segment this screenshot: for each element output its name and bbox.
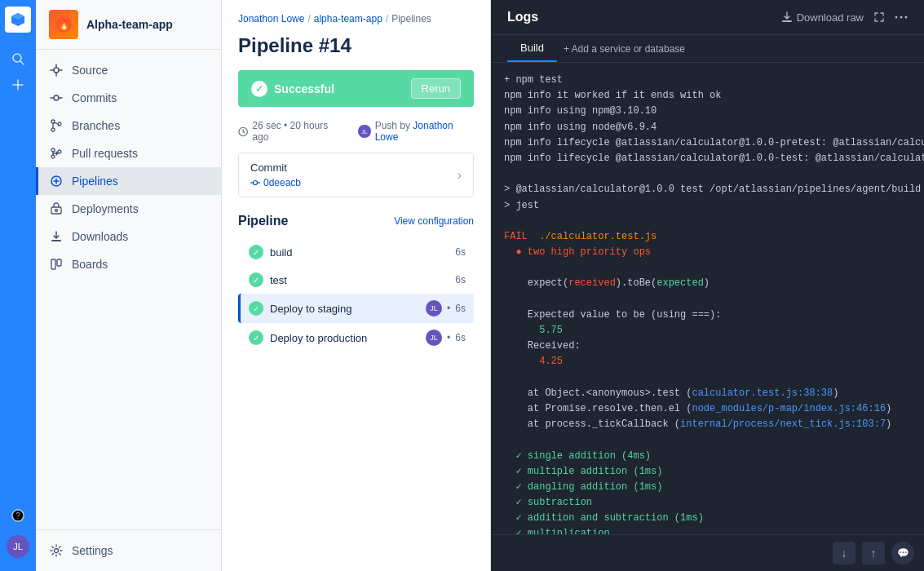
svg-point-29 xyxy=(55,549,59,553)
pull-requests-icon xyxy=(49,146,64,161)
sidebar-item-commits[interactable]: Commits xyxy=(36,84,221,112)
log-line: npm info lifecycle @atlassian/calculator… xyxy=(504,151,911,166)
status-label: Successful xyxy=(274,82,334,95)
pipelines-icon xyxy=(49,174,64,188)
log-line: > @atlassian/calculator@1.0.0 test /opt/… xyxy=(504,182,911,197)
sidebar-item-downloads[interactable]: Downloads xyxy=(36,223,221,250)
logs-title: Logs xyxy=(507,10,538,24)
log-line: 5.75 xyxy=(504,323,911,339)
tab-build[interactable]: Build xyxy=(507,35,557,62)
app-logo[interactable] xyxy=(5,7,31,33)
svg-point-35 xyxy=(895,16,898,19)
pipeline-step-deploy-production[interactable]: ✓ Deploy to production JL • 6s xyxy=(238,323,474,352)
log-line: expect(received).toBe(expected) xyxy=(504,276,911,291)
step-check-test: ✓ xyxy=(249,272,263,287)
svg-point-36 xyxy=(900,16,903,19)
status-banner: ✓ Successful Rerun xyxy=(238,70,474,107)
sidebar: 🔥 Alpha-team-app Source Commits Branches xyxy=(36,0,222,571)
branches-icon xyxy=(49,118,64,133)
main-content: Jonathon Lowe / alpha-team-app / Pipelin… xyxy=(222,0,924,571)
svg-rect-26 xyxy=(51,240,61,241)
step-duration-test: 6s xyxy=(455,274,466,286)
step-name-deploy-staging: Deploy to staging xyxy=(270,303,351,315)
add-service-button[interactable]: + Add a service or database xyxy=(557,37,692,61)
commit-hash: 0deeacb xyxy=(250,177,301,188)
download-raw-label: Download raw xyxy=(797,11,864,24)
expand-button[interactable] xyxy=(873,11,885,23)
step-duration-build: 6s xyxy=(455,246,466,258)
help-icon[interactable]: ? xyxy=(5,502,31,529)
logs-tabs: Build + Add a service or database xyxy=(491,35,924,63)
breadcrumb-repo[interactable]: alpha-team-app xyxy=(314,13,382,24)
svg-text:?: ? xyxy=(15,511,20,520)
step-avatar-deploy-production: JL xyxy=(426,330,442,346)
sidebar-item-pull-requests-label: Pull requests xyxy=(72,147,138,160)
boards-icon xyxy=(49,257,64,272)
logs-header: Logs Download raw xyxy=(491,0,924,35)
sidebar-item-boards[interactable]: Boards xyxy=(36,250,221,278)
pusher-avatar: JL xyxy=(358,125,370,138)
page-title: Pipeline #14 xyxy=(222,31,490,70)
svg-point-8 xyxy=(54,68,59,73)
chevron-right-icon: › xyxy=(458,168,462,183)
downloads-icon xyxy=(49,229,64,244)
add-icon[interactable] xyxy=(5,72,31,98)
svg-point-25 xyxy=(55,210,58,212)
commit-label: Commit xyxy=(250,162,301,174)
sidebar-item-source-label: Source xyxy=(72,64,108,77)
sidebar-item-pull-requests[interactable]: Pull requests xyxy=(36,139,221,167)
download-raw-button[interactable]: Download raw xyxy=(781,11,864,24)
sidebar-item-source[interactable]: Source xyxy=(36,56,221,84)
step-left-deploy-production: ✓ Deploy to production xyxy=(249,330,367,345)
log-line xyxy=(504,166,911,182)
commit-box[interactable]: Commit 0deeacb › xyxy=(238,153,474,197)
step-check-deploy-production: ✓ xyxy=(249,330,263,345)
log-line xyxy=(504,214,911,229)
more-options-button[interactable] xyxy=(895,15,908,19)
scroll-down-button[interactable]: ↓ xyxy=(833,542,855,564)
pipeline-meta: 26 sec • 20 hours ago JL Push by Jonatho… xyxy=(222,120,490,153)
logs-actions: Download raw xyxy=(781,11,908,24)
search-icon[interactable] xyxy=(5,46,31,72)
app-icon: 🔥 xyxy=(49,10,78,39)
svg-rect-27 xyxy=(51,259,55,269)
pipeline-section-title: Pipeline xyxy=(238,214,288,228)
step-right-deploy-production: JL • 6s xyxy=(426,330,466,346)
pipeline-step-test[interactable]: ✓ test 6s xyxy=(238,266,474,294)
sidebar-item-commits-label: Commits xyxy=(72,91,117,104)
log-line: ✓ multiplication xyxy=(504,526,911,534)
sidebar-item-branches-label: Branches xyxy=(72,119,120,132)
pipeline-step-deploy-staging[interactable]: ✓ Deploy to staging JL • 6s xyxy=(238,294,474,323)
breadcrumb-user[interactable]: Jonathon Lowe xyxy=(238,13,304,24)
duration-meta: 26 sec • 20 hours ago xyxy=(238,120,342,143)
view-config-link[interactable]: View configuration xyxy=(394,215,474,227)
logs-help-button[interactable]: 💬 xyxy=(891,542,914,564)
sidebar-item-branches[interactable]: Branches xyxy=(36,112,221,139)
settings-icon xyxy=(49,543,64,558)
log-line xyxy=(504,260,911,276)
status-info: ✓ Successful xyxy=(251,81,334,97)
duration-text: 26 sec • 20 hours ago xyxy=(252,120,342,143)
sidebar-item-deployments[interactable]: Deployments xyxy=(36,195,221,223)
sidebar-item-pipelines[interactable]: Pipelines xyxy=(36,167,221,195)
log-line: Received: xyxy=(504,339,911,354)
scroll-up-button[interactable]: ↑ xyxy=(862,542,885,564)
log-line: npm info it worked if it ends with ok xyxy=(504,88,911,104)
breadcrumb-sep-1: / xyxy=(307,13,310,24)
svg-point-13 xyxy=(54,95,59,100)
step-duration-deploy-production: 6s xyxy=(455,332,466,343)
logs-body[interactable]: + npm test npm info it worked if it ends… xyxy=(491,63,924,534)
pipeline-step-build[interactable]: ✓ build 6s xyxy=(238,238,474,266)
breadcrumb: Jonathon Lowe / alpha-team-app / Pipelin… xyxy=(222,0,490,31)
user-avatar[interactable]: JL xyxy=(7,535,29,558)
svg-text:🔥: 🔥 xyxy=(58,18,70,30)
svg-point-31 xyxy=(254,181,258,185)
step-check-build: ✓ xyxy=(249,245,263,259)
rerun-button[interactable]: Rerun xyxy=(411,78,461,99)
log-line: npm info using npm@3.10.10 xyxy=(504,104,911,119)
log-line: npm info using node@v6.9.4 xyxy=(504,120,911,135)
breadcrumb-section: Pipelines xyxy=(391,13,431,24)
sidebar-item-settings-label: Settings xyxy=(72,544,113,557)
sidebar-item-settings[interactable]: Settings xyxy=(36,537,221,564)
log-line: at Object.<anonymous>.test (calculator.t… xyxy=(504,386,911,401)
